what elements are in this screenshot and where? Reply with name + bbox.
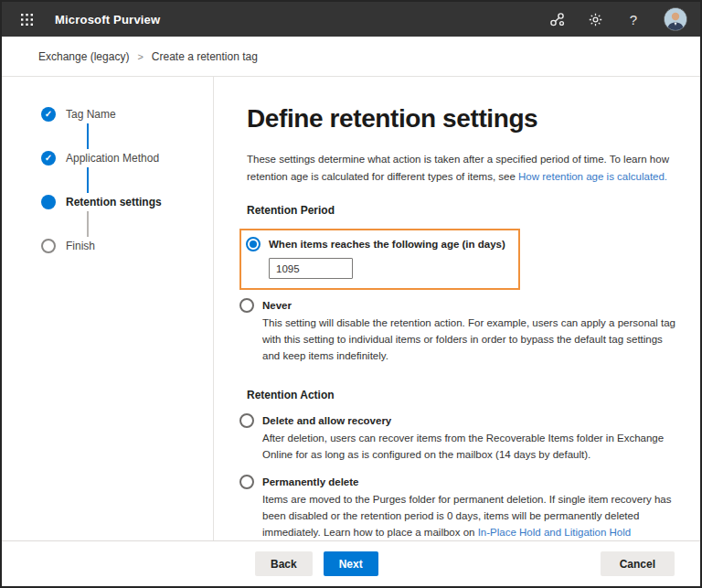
age-radio[interactable]: [246, 237, 261, 251]
page-title: Define retention settings: [247, 104, 676, 134]
wizard-footer: Back Next Cancel: [2, 540, 700, 586]
option-permanently-delete: Permanently delete Items are moved to th…: [239, 475, 676, 540]
retention-age-link[interactable]: How retention age is calculated.: [518, 171, 667, 182]
retention-period-heading: Retention Period: [247, 204, 676, 217]
back-button[interactable]: Back: [255, 551, 313, 576]
permanently-delete-radio[interactable]: [239, 475, 254, 489]
option-delete-recovery: Delete and allow recovery After deletion…: [239, 413, 676, 464]
step-connector: [87, 167, 89, 193]
delete-recovery-label: Delete and allow recovery: [262, 415, 391, 426]
option-age: When items reaches the following age (in…: [246, 237, 505, 279]
wizard-step-application-method[interactable]: ✓ Application Method: [41, 151, 213, 166]
never-radio[interactable]: [239, 298, 254, 313]
breadcrumb-parent[interactable]: Exchange (legacy): [38, 50, 129, 63]
wizard-step-retention-settings[interactable]: Retention settings: [41, 195, 213, 209]
waffle-grid-glyph: [21, 14, 33, 26]
option-never: Never This setting will disable the rete…: [239, 298, 676, 364]
next-button[interactable]: Next: [324, 551, 378, 576]
step-upcoming-icon: [41, 239, 56, 253]
top-bar: Microsoft Purview ?: [2, 2, 700, 37]
wizard-step-tag-name[interactable]: ✓ Tag Name: [41, 107, 213, 122]
step-connector: [87, 211, 89, 237]
user-avatar[interactable]: [664, 7, 687, 31]
inplace-hold-link[interactable]: In-Place Hold and Litigation Hold: [478, 527, 632, 538]
waffle-menu-icon[interactable]: [13, 5, 40, 33]
app-title: Microsoft Purview: [55, 13, 160, 27]
step-label: Finish: [66, 240, 95, 252]
settings-gear-icon[interactable]: [587, 11, 603, 27]
never-option-label: Never: [262, 300, 292, 311]
delete-recovery-radio[interactable]: [239, 413, 254, 428]
step-label: Application Method: [66, 152, 159, 165]
retention-action-heading: Retention Action: [247, 389, 676, 401]
delete-recovery-description: After deletion, users can recover items …: [262, 431, 675, 464]
permanently-delete-label: Permanently delete: [262, 476, 358, 487]
app-window: Microsoft Purview ?: [0, 0, 702, 588]
wizard-step-finish[interactable]: Finish: [41, 239, 213, 253]
breadcrumb: Exchange (legacy) > Create a retention t…: [2, 37, 700, 77]
step-label: Tag Name: [66, 108, 116, 121]
topbar-actions: ?: [548, 7, 687, 31]
cancel-button[interactable]: Cancel: [601, 551, 675, 576]
wizard-steps-sidebar: ✓ Tag Name ✓ Application Method Retentio…: [2, 77, 214, 540]
connections-icon[interactable]: [548, 11, 565, 27]
intro-paragraph: These settings determine what action is …: [247, 151, 675, 185]
age-option-label: When items reaches the following age (in…: [269, 239, 505, 250]
step-connector: [87, 123, 89, 149]
step-active-icon: [41, 195, 56, 209]
step-completed-icon: ✓: [41, 151, 56, 166]
breadcrumb-separator-icon: >: [137, 51, 143, 62]
permanently-delete-description: Items are moved to the Purges folder for…: [262, 492, 675, 540]
step-completed-icon: ✓: [41, 107, 56, 122]
age-days-input[interactable]: [269, 258, 353, 279]
main-panel: Define retention settings These settings…: [214, 77, 700, 540]
help-icon[interactable]: ?: [625, 11, 642, 27]
content-area: ✓ Tag Name ✓ Application Method Retentio…: [2, 77, 700, 540]
age-option-highlight-box: When items reaches the following age (in…: [239, 229, 520, 290]
breadcrumb-current: Create a retention tag: [152, 50, 258, 63]
step-label: Retention settings: [66, 196, 162, 208]
never-option-description: This setting will disable the retention …: [262, 315, 675, 364]
